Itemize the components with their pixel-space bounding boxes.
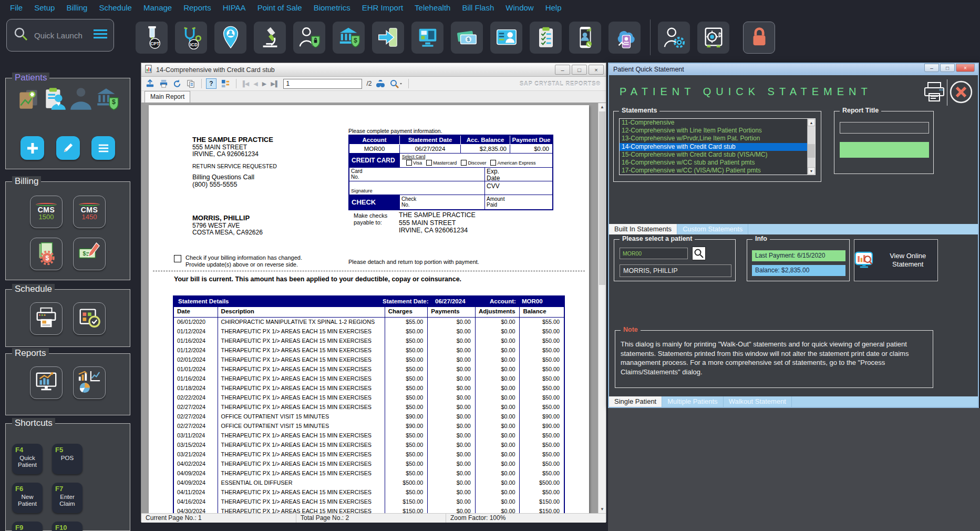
patient-charts-icon[interactable]	[15, 86, 42, 114]
mobile-cloud-button[interactable]	[608, 22, 641, 54]
cms-1500-button[interactable]: CMS 1500	[30, 196, 63, 228]
menu-bill-flash[interactable]: Bill Flash	[456, 3, 500, 12]
last-page-button[interactable]: ▶▌	[271, 80, 279, 87]
dialog-restore-button[interactable]: □	[940, 64, 955, 72]
telehealth-phone-button[interactable]	[569, 22, 601, 54]
tab-walkout-statement[interactable]: Walkout Statement	[724, 396, 792, 407]
shortcut-f6[interactable]: F6New Patient	[12, 483, 43, 513]
export-report-icon[interactable]	[146, 79, 154, 88]
view-online-statement-button[interactable]: View Online Statement	[854, 239, 938, 281]
menu-hipaa[interactable]: HIPAA	[217, 3, 252, 12]
patient-search-button[interactable]	[692, 247, 706, 260]
toggle-parameter-panel-icon[interactable]	[221, 79, 230, 88]
document-vertical-scrollbar[interactable]: ▲ ▼	[598, 103, 606, 513]
menu-setup[interactable]: Setup	[28, 3, 60, 12]
shortcut-f7[interactable]: F7Enter Claim	[52, 483, 82, 513]
main-report-tab[interactable]: Main Report	[145, 91, 190, 103]
icd-codes-button[interactable]: ICD	[175, 22, 207, 54]
user-settings-button[interactable]	[658, 22, 690, 54]
monitor-report-button[interactable]	[30, 366, 63, 399]
patient-icon[interactable]	[68, 86, 94, 114]
next-page-button[interactable]: ▶	[262, 80, 266, 87]
menu-billing[interactable]: Billing	[60, 3, 93, 12]
menu-file[interactable]: File	[4, 3, 28, 12]
dialog-close-button[interactable]: ×	[956, 64, 975, 72]
menu-help[interactable]: Help	[540, 3, 568, 12]
task-list-button[interactable]	[530, 22, 562, 54]
menu-schedule[interactable]: Schedule	[93, 3, 138, 12]
check-in-button[interactable]	[372, 22, 404, 54]
menu-ehr-import[interactable]: EHR Import	[356, 3, 409, 12]
cms-1450-button[interactable]: CMS 1450	[73, 196, 106, 228]
tab-single-patient[interactable]: Single Patient	[609, 396, 662, 407]
menu-manage[interactable]: Manage	[138, 3, 178, 12]
patient-security-button[interactable]	[293, 22, 325, 54]
list-scrollbar[interactable]: ▲ ▼	[807, 119, 815, 175]
dialog-minimize-button[interactable]: –	[924, 64, 939, 72]
list-scroll-down-icon[interactable]: ▼	[808, 167, 815, 175]
calendar-check-button[interactable]	[73, 302, 106, 335]
dialog-titlebar[interactable]: Patient Quick Statement – □ ×	[609, 64, 978, 75]
statement-list-item[interactable]: 14-Comprehensive with Credit Card stub	[620, 143, 815, 151]
tab-multiple-patients[interactable]: Multiple Patients	[662, 396, 723, 407]
patient-clipboard-icon[interactable]	[42, 86, 68, 114]
menu-telehealth[interactable]: Telehealth	[409, 3, 456, 12]
menu-point-of-sale[interactable]: Point of Sale	[252, 3, 308, 12]
bank-deposits-button[interactable]: $	[333, 22, 365, 54]
edit-patient-button[interactable]	[56, 136, 80, 160]
shortcut-f4[interactable]: F4Quick Patient	[12, 444, 43, 474]
office-locator-button[interactable]	[214, 22, 246, 54]
restore-button[interactable]: □	[572, 65, 587, 75]
hamburger-menu-icon[interactable]	[94, 29, 107, 42]
scrollbar-thumb[interactable]	[599, 111, 605, 285]
list-scroll-up-icon[interactable]: ▲	[808, 119, 815, 126]
print-statement-button[interactable]	[922, 79, 946, 105]
print-report-icon[interactable]	[159, 79, 168, 88]
workstation-button[interactable]	[411, 22, 443, 54]
quick-launch-placeholder[interactable]: Quick Launch	[34, 31, 94, 40]
tab-built-in-statements[interactable]: Built In Statements	[609, 224, 677, 234]
checks-button[interactable]: $	[73, 238, 106, 270]
close-button[interactable]: ×	[589, 65, 604, 75]
statement-list-item[interactable]: 17-Comprehensive w/CC (VISA/MC) Patient …	[620, 167, 815, 175]
toggle-group-tree-button[interactable]: ?	[206, 78, 216, 89]
refresh-report-icon[interactable]	[173, 79, 182, 88]
shortcut-f5[interactable]: F5POS	[52, 444, 82, 474]
add-patient-button[interactable]	[20, 136, 44, 160]
payments-button[interactable]: $	[451, 22, 483, 54]
close-statement-button[interactable]	[948, 79, 974, 105]
list-scrollbar-thumb[interactable]	[808, 144, 815, 158]
page-number-input[interactable]	[283, 79, 362, 89]
patient-bank-icon[interactable]: $	[94, 86, 120, 114]
statement-list-item[interactable]: 11-Comprehensive	[620, 119, 815, 127]
scroll-up-icon[interactable]: ▲	[599, 103, 606, 111]
patient-id-card-button[interactable]	[490, 22, 522, 54]
zoom-magnifier-icon[interactable]	[390, 79, 403, 88]
scroll-down-icon[interactable]: ▼	[599, 505, 606, 513]
labs-microscope-button[interactable]	[254, 22, 286, 54]
statement-list-item[interactable]: 13-Comprehensive w/Prvdr,Line Item Pat. …	[620, 135, 815, 142]
first-page-button[interactable]: ▐◀	[241, 80, 249, 87]
quick-launch-box[interactable]: Quick Launch	[6, 19, 114, 52]
menu-reports[interactable]: Reports	[178, 3, 217, 12]
find-binoculars-icon[interactable]	[376, 79, 385, 88]
patient-account-input[interactable]: MOR00	[620, 248, 688, 259]
minimize-button[interactable]: –	[555, 65, 570, 75]
vault-button[interactable]	[697, 22, 729, 54]
patient-list-button[interactable]	[91, 136, 115, 160]
statements-button[interactable]: $	[30, 238, 63, 270]
statements-listbox[interactable]: 11-Comprehensive12-Comprehensive with Li…	[619, 118, 816, 175]
menu-biometrics[interactable]: Biometrics	[308, 3, 356, 12]
print-schedule-button[interactable]	[30, 302, 63, 335]
menu-window[interactable]: Window	[500, 3, 539, 12]
shortcut-f9[interactable]: F9Process Claim	[12, 522, 43, 531]
tab-custom-statements[interactable]: Custom Statements	[677, 224, 748, 234]
charts-collection-button[interactable]	[73, 366, 106, 399]
statement-list-item[interactable]: 16-Comprehensive w/CC stub and Patient p…	[620, 159, 815, 167]
shortcut-f10[interactable]: F10Receiv- ables	[52, 522, 82, 531]
report-window-titlebar[interactable]: 14-Comprehensive with Credit Card stub –…	[141, 63, 606, 77]
cpt-codes-button[interactable]: CPT	[136, 22, 168, 54]
report-title-color-swatch[interactable]	[840, 142, 929, 158]
prev-page-button[interactable]: ◀	[253, 80, 257, 87]
lock-button[interactable]	[743, 22, 775, 54]
